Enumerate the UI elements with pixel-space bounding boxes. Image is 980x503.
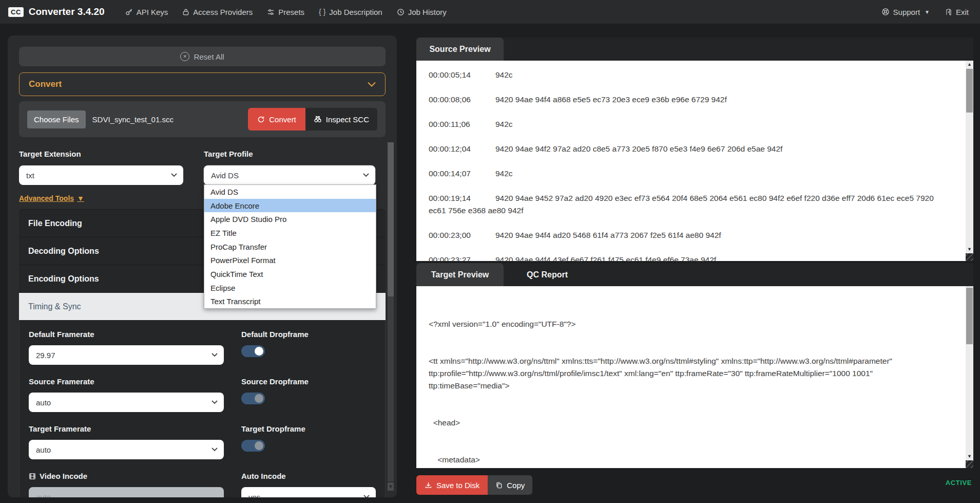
scrollbar-thumb[interactable] <box>388 142 394 296</box>
auto-incode-value: yes <box>248 493 260 498</box>
profile-option-highlighted[interactable]: Adobe Encore <box>204 199 376 213</box>
target-extension-select[interactable]: txt <box>19 165 183 185</box>
braces-icon: { } <box>319 8 325 16</box>
nav-item-access-providers[interactable]: Access Providers <box>182 8 253 16</box>
profile-option[interactable]: QuickTime Text <box>204 267 376 281</box>
resize-grip[interactable] <box>966 460 973 468</box>
default-framerate-value: 29.97 <box>36 351 55 360</box>
timecode: 00:00:08;06 <box>429 94 495 106</box>
chevron-down-icon <box>171 173 177 177</box>
nav-item-label: Job History <box>408 8 447 16</box>
source-dropframe-toggle[interactable] <box>241 393 265 404</box>
status-badge: ACTIVE <box>946 479 972 487</box>
door-icon <box>945 8 952 16</box>
default-framerate-select[interactable]: 29.97 <box>29 345 224 365</box>
xml-line: <?xml version="1.0" encoding="UTF-8"?> <box>429 318 953 330</box>
nav-item-presets[interactable]: Presets <box>267 8 304 16</box>
scrollbar-up-arrow[interactable]: ▲ <box>966 62 973 67</box>
scrollbar-down-arrow[interactable]: ▼ <box>966 247 973 252</box>
nav-item-label: Exit <box>956 8 969 16</box>
chevron-down-icon: ▼ <box>925 9 930 15</box>
nav-item-support[interactable]: Support ▼ <box>881 8 930 16</box>
left-panel-scrollbar[interactable] <box>388 142 394 481</box>
scrollbar-thumb[interactable] <box>966 69 973 113</box>
reset-all-button[interactable]: ✕ Reset All <box>19 47 386 66</box>
inspect-scc-button[interactable]: Inspect SCC <box>305 108 377 131</box>
xml-line: <head> <box>429 417 953 429</box>
target-profile-select[interactable]: Avid DS <box>204 165 375 185</box>
xml-line: <tt xmlns="http://www.w3.org/ns/ttml" xm… <box>429 355 953 392</box>
auto-incode-label: Auto Incode <box>241 472 376 480</box>
advanced-tools-link[interactable]: Advanced Tools ▼ <box>19 194 84 202</box>
auto-incode-select[interactable]: yes <box>241 487 376 497</box>
timecode: 00:00:12;04 <box>429 143 495 155</box>
tab-qc-report[interactable]: QC Report <box>504 263 591 286</box>
convert-button[interactable]: Convert <box>248 108 305 131</box>
tab-target-preview[interactable]: Target Preview <box>416 263 504 286</box>
scc-entry: 00:00:19;149420 94ae 9452 97a2 ad20 4920… <box>429 192 953 217</box>
default-dropframe-toggle[interactable] <box>241 345 265 357</box>
profile-option[interactable]: EZ Title <box>204 226 376 240</box>
profile-option[interactable]: ProCap Transfer <box>204 240 376 254</box>
scc-entry: 00:00:11;06942c <box>429 118 953 131</box>
source-framerate-select[interactable]: auto <box>29 393 224 412</box>
file-input-row: Choose Files SDVI_sync_test_01.scc Conve… <box>19 101 386 137</box>
profile-option[interactable]: Avid DS <box>204 185 376 199</box>
resize-grip[interactable] <box>966 253 973 261</box>
target-profile-value: Avid DS <box>211 171 239 180</box>
toggle-knob <box>255 441 263 450</box>
target-framerate-value: auto <box>36 445 51 454</box>
nav-item-job-history[interactable]: Job History <box>397 8 447 16</box>
save-to-disk-label: Save to Disk <box>436 481 479 490</box>
scrollbar-thumb[interactable] <box>966 288 973 344</box>
source-framerate-value: auto <box>36 398 51 407</box>
source-preview-tabbar: Source Preview <box>416 38 973 61</box>
tab-source-preview[interactable]: Source Preview <box>416 38 504 61</box>
toggle-knob <box>255 394 263 403</box>
video-incode-label: Video Incode <box>40 472 87 480</box>
copy-button[interactable]: Copy <box>488 475 532 495</box>
toggle-knob <box>255 347 263 356</box>
profile-option[interactable]: Eclipse <box>204 281 376 295</box>
reset-all-label: Reset All <box>194 52 224 61</box>
nav-item-exit[interactable]: Exit <box>945 8 969 16</box>
timecode: 00:00:19;14 <box>429 192 495 204</box>
selected-filename: SDVI_sync_test_01.scc <box>92 115 248 124</box>
copy-icon <box>495 481 503 489</box>
choose-files-button[interactable]: Choose Files <box>27 110 86 128</box>
timecode: 00:00:05;14 <box>429 69 495 81</box>
chevron-down-icon <box>363 495 370 497</box>
nav-item-label: Support <box>893 8 920 16</box>
scrollbar-down-arrow[interactable]: ▼ <box>966 454 973 459</box>
scc-data: 942c <box>495 120 513 128</box>
timecode: 00:00:14;07 <box>429 167 495 180</box>
save-to-disk-button[interactable]: Save to Disk <box>416 475 488 495</box>
target-extension-value: txt <box>26 171 34 180</box>
target-preview-tabbar: Target Preview QC Report <box>416 263 973 286</box>
default-framerate-label: Default Framerate <box>29 330 224 339</box>
target-framerate-select[interactable]: auto <box>29 440 224 459</box>
source-preview-scrollbar[interactable]: ▲ ▼ <box>966 61 973 261</box>
profile-option[interactable]: PowerPixel Format <box>204 253 376 267</box>
profile-option[interactable]: Text Transcript <box>204 295 376 309</box>
chevron-down-icon <box>368 82 376 87</box>
copy-label: Copy <box>507 481 525 490</box>
download-icon <box>425 481 432 489</box>
target-preview-scrollbar[interactable]: ▼ <box>966 286 973 468</box>
binoculars-icon <box>314 115 322 123</box>
lock-icon <box>182 8 189 16</box>
sliders-icon <box>267 8 275 16</box>
nav-item-api-keys[interactable]: API Keys <box>125 8 168 16</box>
scrollbar-down-arrow[interactable]: ▼ <box>388 482 394 491</box>
film-icon <box>29 473 36 480</box>
profile-option[interactable]: Apple DVD Studio Pro <box>204 212 376 226</box>
scc-entry: 00:00:23;279420 94ae 94f4 43ef 6e67 f261… <box>429 254 953 261</box>
inspect-scc-label: Inspect SCC <box>326 115 369 124</box>
clock-icon <box>397 8 405 16</box>
target-dropframe-toggle[interactable] <box>241 440 265 452</box>
chevron-down-icon <box>212 448 218 452</box>
scc-data: 9420 94ae 94f2 97a2 ad20 c8e5 a773 20e5 … <box>495 144 782 153</box>
nav-item-job-description[interactable]: { } Job Description <box>319 8 382 16</box>
x-circle-icon: ✕ <box>180 52 189 61</box>
convert-section-header[interactable]: Convert <box>19 72 386 96</box>
